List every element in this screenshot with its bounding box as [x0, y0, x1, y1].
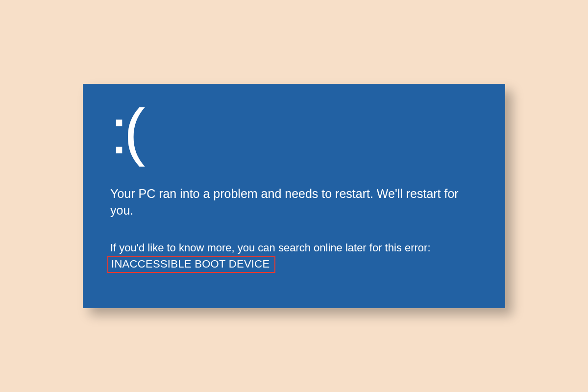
bsod-error-screen: :( Your PC ran into a problem and needs … [83, 84, 505, 308]
error-code-label: INACCESSIBLE BOOT DEVICE [111, 258, 270, 270]
sad-face-icon: :( [110, 99, 478, 163]
error-search-hint: If you'd like to know more, you can sear… [110, 241, 478, 256]
error-code-highlight-box: INACCESSIBLE BOOT DEVICE [107, 256, 275, 273]
error-main-message: Your PC ran into a problem and needs to … [110, 186, 473, 219]
